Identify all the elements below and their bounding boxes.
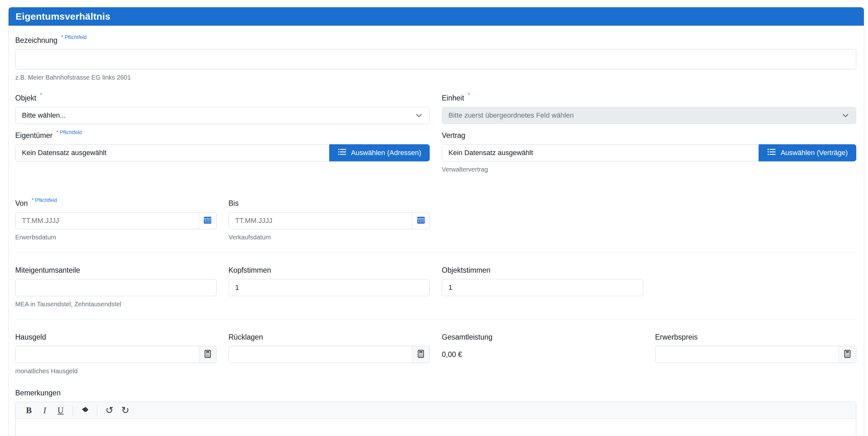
- objektstimmen-input[interactable]: [442, 279, 643, 296]
- section-divider: [15, 319, 856, 319]
- von-label: Von: [15, 199, 28, 208]
- bis-datepicker-button[interactable]: [412, 213, 429, 229]
- hausgeld-label: Hausgeld: [15, 333, 46, 342]
- eigentuemer-label: Eigentümer: [15, 131, 53, 140]
- bezeichnung-label: Bezeichnung: [15, 36, 57, 45]
- objekt-required-mark: *: [40, 92, 42, 98]
- erwerbspreis-calculator-button[interactable]: [838, 346, 856, 363]
- ruecklagen-calculator-button[interactable]: [412, 346, 429, 363]
- field-einheit: Einheit * Bitte zuerst übergeordnetes Fe…: [442, 94, 856, 124]
- card-body: Bezeichnung * Pflichtfeld z.B. Meier Bah…: [8, 26, 864, 436]
- bezeichnung-input[interactable]: [15, 49, 856, 69]
- objekt-label: Objekt: [15, 94, 36, 102]
- vertrag-helper: Verwaltervertrag: [442, 165, 856, 174]
- bemerkungen-editor: B I U: [15, 402, 856, 436]
- eigentumsverhaeltnis-card: Eigentumsverhältnis Bezeichnung * Pflich…: [8, 7, 864, 436]
- field-bezeichnung: Bezeichnung * Pflichtfeld z.B. Meier Bah…: [15, 36, 856, 82]
- undo-icon: ↺: [105, 406, 113, 415]
- einheit-select-disabled[interactable]: Bitte zuerst übergeordnetes Feld wählen: [442, 107, 856, 124]
- field-miteigentumsanteile: Miteigentumsanteile MEA in Tausendstel, …: [15, 266, 217, 308]
- bis-date-input[interactable]: [229, 213, 412, 229]
- hausgeld-input[interactable]: [16, 346, 199, 363]
- bezeichnung-required-hint: * Pflichtfeld: [61, 34, 87, 40]
- field-bis: Bis: [229, 199, 430, 241]
- ruecklagen-label: Rücklagen: [229, 333, 263, 342]
- einheit-required-mark: *: [468, 92, 470, 98]
- von-required-hint: * Pflichtfeld: [32, 197, 57, 204]
- bis-date-group: [229, 212, 430, 229]
- bemerkungen-editor-toolbar: B I U: [16, 402, 856, 419]
- redo-button[interactable]: ↻: [119, 404, 132, 417]
- bemerkungen-editor-content[interactable]: [16, 419, 856, 436]
- kopfstimmen-label: Kopfstimmen: [229, 266, 271, 275]
- ruecklagen-input-group: [229, 346, 430, 363]
- calculator-icon: [417, 350, 425, 359]
- vertrag-auswaehlen-button[interactable]: Auswählen (Verträge): [758, 144, 856, 161]
- hausgeld-calculator-button[interactable]: [199, 346, 216, 363]
- calendar-icon: [203, 216, 212, 226]
- eigentuemer-button-label: Auswählen (Adressen): [351, 149, 421, 157]
- erwerbspreis-input-group: [655, 346, 857, 363]
- kopfstimmen-input[interactable]: [229, 279, 430, 296]
- list-icon: [767, 148, 776, 158]
- hausgeld-helper: monatliches Hausgeld: [15, 367, 217, 375]
- bold-icon: B: [26, 406, 32, 415]
- list-icon: [338, 148, 347, 158]
- objektstimmen-label: Objektstimmen: [442, 266, 490, 275]
- erwerbspreis-label: Erwerbspreis: [655, 333, 698, 342]
- bold-button[interactable]: B: [23, 404, 35, 417]
- vertrag-button-label: Auswählen (Verträge): [780, 149, 848, 157]
- field-objekt: Objekt * Bitte wählen...: [15, 94, 430, 124]
- field-erwerbspreis: Erwerbspreis: [655, 333, 857, 363]
- calculator-icon: [204, 350, 212, 359]
- von-date-group: [15, 212, 217, 229]
- vertrag-input[interactable]: [442, 144, 759, 161]
- undo-button[interactable]: ↺: [103, 404, 116, 417]
- card-header: Eigentumsverhältnis: [8, 7, 864, 26]
- toolbar-separator: [97, 405, 97, 416]
- section-divider: [15, 252, 856, 252]
- einheit-select-value: Bitte zuerst übergeordnetes Feld wählen: [448, 111, 574, 120]
- eraser-icon: [81, 406, 89, 415]
- eigentuemer-input[interactable]: [15, 144, 330, 161]
- field-von: Von * Pflichtfeld: [15, 199, 217, 241]
- objekt-select-value: Bitte wählen...: [22, 111, 66, 120]
- field-vertrag: Vertrag Auswählen (Verträge) V: [442, 131, 856, 174]
- hausgeld-input-group: [15, 346, 217, 363]
- row-eigentuemer-vertrag: Eigentümer * Pflichtfeld Auswählen (Adre…: [15, 131, 856, 174]
- row-anteile-stimmen: Miteigentumsanteile MEA in Tausendstel, …: [15, 266, 856, 308]
- miteigentumsanteile-helper: MEA in Tausendstel, Zehntausendstel: [15, 300, 217, 308]
- page-title: Eigentumsverhältnis: [16, 11, 111, 22]
- row-von-bis: Von * Pflichtfeld: [15, 199, 856, 241]
- eigentuemer-auswaehlen-button[interactable]: Auswählen (Adressen): [329, 144, 430, 161]
- field-ruecklagen: Rücklagen: [229, 333, 430, 363]
- underline-icon: U: [57, 406, 64, 415]
- gesamtleistung-label: Gesamtleistung: [442, 333, 493, 342]
- von-helper: Erwerbsdatum: [15, 233, 217, 241]
- calendar-icon: [417, 216, 425, 226]
- italic-button[interactable]: I: [38, 404, 51, 417]
- italic-icon: I: [43, 406, 46, 415]
- remove-format-button[interactable]: [79, 404, 91, 417]
- ruecklagen-input[interactable]: [229, 346, 412, 363]
- bezeichnung-helper: z.B. Meier Bahnhofstrasse EG links 2601: [15, 73, 856, 82]
- calculator-icon: [843, 350, 851, 359]
- eigentuemer-input-group: Auswählen (Adressen): [15, 144, 430, 161]
- erwerbspreis-input[interactable]: [655, 346, 839, 363]
- field-bemerkungen: Bemerkungen B I U: [15, 388, 856, 436]
- chevron-down-icon: [415, 111, 423, 120]
- miteigentumsanteile-label: Miteigentumsanteile: [15, 266, 80, 275]
- bezeichnung-label-row: Bezeichnung * Pflichtfeld: [15, 36, 856, 45]
- field-kopfstimmen: Kopfstimmen: [229, 266, 430, 296]
- underline-button[interactable]: U: [54, 404, 67, 417]
- miteigentumsanteile-input[interactable]: [15, 279, 217, 296]
- einheit-label: Einheit: [442, 94, 464, 102]
- objekt-select[interactable]: Bitte wählen...: [15, 107, 430, 124]
- row-betraege: Hausgeld: [15, 333, 856, 375]
- bis-label: Bis: [229, 199, 239, 208]
- von-datepicker-button[interactable]: [199, 213, 216, 229]
- bis-helper: Verkaufsdatum: [229, 233, 430, 241]
- von-date-input[interactable]: [16, 213, 199, 229]
- redo-icon: ↻: [121, 406, 129, 415]
- field-objektstimmen: Objektstimmen: [442, 266, 643, 296]
